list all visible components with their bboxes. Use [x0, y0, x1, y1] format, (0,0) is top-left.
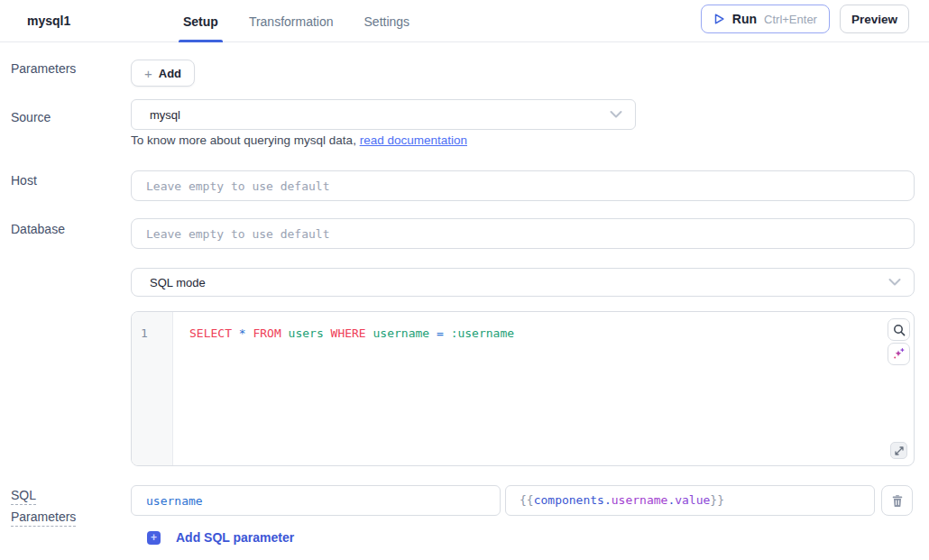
query-editor-page: mysql1 Setup Transformation Settings Run — [0, 0, 929, 560]
topbar-actions: Run Ctrl+Enter Preview — [701, 5, 909, 33]
editor-search-button[interactable] — [888, 318, 910, 341]
tab-setup[interactable]: Setup — [179, 0, 223, 42]
add-parameter-button-label: Add — [159, 67, 181, 80]
source-helper-text: To know more about querying mysql data, … — [131, 133, 467, 147]
host-input[interactable] — [131, 170, 915, 201]
add-sql-parameter-label: Add SQL parameter — [176, 530, 294, 545]
editor-ai-button[interactable] — [888, 343, 910, 365]
line-number: 1 — [141, 326, 148, 340]
source-label: Source — [11, 110, 51, 124]
sql-parameters-label-line2: Parameters — [11, 510, 76, 527]
chevron-down-icon — [888, 279, 901, 287]
sql-mode-select[interactable]: SQL mode — [131, 268, 915, 297]
source-select-value: mysql — [132, 108, 180, 122]
run-button[interactable]: Run Ctrl+Enter — [701, 5, 830, 33]
database-label: Database — [11, 222, 65, 236]
sql-parameter-value-input[interactable]: {{components.username.value}} — [505, 485, 875, 516]
delete-parameter-button[interactable] — [881, 485, 913, 516]
tab-transformation-label: Transformation — [249, 14, 334, 29]
topbar: mysql1 Setup Transformation Settings Run — [0, 0, 929, 42]
play-icon — [713, 13, 725, 25]
source-helper-prefix: To know more about querying mysql data, — [131, 133, 360, 147]
sql-parameter-key-input[interactable] — [131, 485, 501, 516]
trash-icon — [891, 494, 904, 508]
preview-button[interactable]: Preview — [840, 5, 909, 33]
plus-icon: + — [144, 67, 152, 80]
tab-settings[interactable]: Settings — [360, 0, 415, 42]
query-title[interactable]: mysql1 — [27, 0, 70, 41]
search-icon — [893, 324, 906, 336]
add-sql-parameter-button[interactable]: + Add SQL parameter — [147, 530, 294, 545]
tab-bar: Setup Transformation Settings — [179, 0, 414, 42]
sql-parameters-label-line1: SQL — [11, 489, 36, 505]
chevron-down-icon — [610, 111, 622, 119]
preview-button-label: Preview — [851, 13, 897, 26]
sql-code-editor[interactable]: 1 SELECT * FROM users WHERE username = :… — [131, 311, 915, 466]
parameters-label: Parameters — [11, 61, 76, 76]
editor-expand-button[interactable] — [890, 442, 907, 459]
editor-gutter: 1 — [132, 312, 173, 465]
host-label: Host — [11, 173, 37, 188]
run-button-label: Run — [732, 12, 757, 26]
database-input[interactable] — [131, 218, 915, 249]
sql-parameters-label: SQL Parameters — [11, 488, 76, 527]
run-shortcut: Ctrl+Enter — [764, 13, 817, 26]
sql-code-line[interactable]: SELECT * FROM users WHERE username = :us… — [189, 326, 514, 340]
tab-settings-label: Settings — [364, 14, 410, 29]
read-documentation-link[interactable]: read documentation — [360, 133, 467, 147]
source-select[interactable]: mysql — [131, 99, 636, 130]
tab-setup-label: Setup — [183, 14, 218, 29]
ai-sparkle-icon — [892, 347, 906, 361]
plus-square-icon: + — [147, 531, 161, 545]
tab-transformation[interactable]: Transformation — [244, 0, 338, 42]
expand-icon — [895, 446, 904, 455]
sql-mode-select-value: SQL mode — [132, 276, 206, 289]
add-parameter-button[interactable]: + Add — [131, 60, 195, 87]
